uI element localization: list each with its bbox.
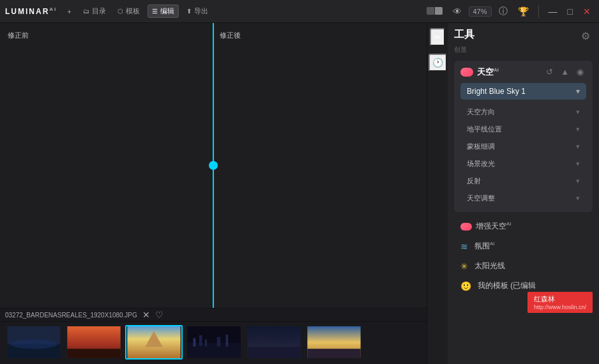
eye-preview-button[interactable]: 👁: [450, 5, 465, 18]
svg-rect-25: [67, 349, 120, 358]
sky-section-header: 天空AI ↺ ▲ ◉: [460, 66, 586, 78]
edit-tool-icon[interactable]: ✏: [430, 28, 445, 46]
svg-rect-31: [199, 335, 202, 346]
trophy-button[interactable]: 🏆: [515, 5, 532, 18]
template-button[interactable]: ⬡ 模板: [114, 5, 144, 17]
enhance-sky-section: 增强天空AI: [454, 217, 593, 236]
filmstrip-thumb-4[interactable]: [185, 325, 243, 360]
after-label: 修正後: [220, 31, 241, 40]
panel-subtitle: 创显: [454, 45, 593, 54]
split-divider[interactable]: [213, 23, 214, 308]
sky-section-actions: ↺ ▲ ◉: [543, 66, 586, 78]
my-template-icon: 🙂: [460, 281, 471, 291]
zoom-level[interactable]: 47%: [469, 6, 492, 17]
my-template-title: 我的模板 (已编辑: [478, 280, 536, 291]
app-logo: LUMINARAI: [5, 6, 57, 16]
svg-rect-32: [205, 339, 207, 346]
sky-selector-dropdown[interactable]: Bright Blue Sky 1 ▾: [460, 83, 586, 100]
sky-ai-icon: [460, 68, 473, 77]
sky-selector-value: Bright Blue Sky 1: [467, 87, 526, 96]
atmosphere-icon: ≋: [460, 241, 468, 252]
minimize-button[interactable]: —: [545, 5, 561, 18]
panel-filter-button[interactable]: ⚙: [579, 29, 593, 43]
main-layout: 修正前 修正後 03272_BARDENASREALES_1920X1080.J…: [0, 23, 599, 364]
info-button[interactable]: ⓘ: [496, 4, 511, 19]
filmstrip: [0, 321, 427, 363]
svg-rect-36: [247, 347, 300, 358]
atmosphere-header[interactable]: ≋ 氛围AI: [454, 237, 593, 255]
atmosphere-title: 氛围AI: [474, 241, 495, 252]
reflection-row[interactable]: 反射 ▾: [460, 172, 586, 190]
svg-rect-38: [307, 349, 360, 358]
panel-title: 工具: [454, 28, 474, 42]
svg-point-23: [10, 339, 57, 349]
filmstrip-thumb-3[interactable]: [125, 325, 183, 360]
svg-rect-30: [193, 338, 196, 347]
panel-content: 工具 ⚙ 创显 天空AI ↺ ▲ ◉: [448, 23, 599, 364]
filmstrip-thumb-6[interactable]: [305, 325, 363, 360]
enhance-sky-header[interactable]: 增强天空AI: [454, 217, 593, 236]
sky-ai-section: 天空AI ↺ ▲ ◉ Bright Blue Sky 1 ▾ 天空方向: [454, 61, 593, 212]
atmosphere-section: ≋ 氛围AI: [454, 237, 593, 255]
history-icon[interactable]: 🕐: [428, 54, 447, 72]
sky-undo-button[interactable]: ↺: [543, 66, 556, 78]
filmstrip-thumb-2[interactable]: [65, 325, 123, 360]
sky-up-button[interactable]: ▲: [558, 66, 572, 78]
image-canvas[interactable]: 修正前 修正後: [0, 23, 427, 308]
filmstrip-thumb-1[interactable]: [5, 325, 63, 360]
filename-label: 03272_BARDENASREALES_1920X1080.JPG: [5, 312, 137, 319]
my-template-section: 🙂 我的模板 (已编辑: [454, 277, 593, 295]
remove-file-button[interactable]: ✕: [142, 310, 150, 320]
sky-adjust-row[interactable]: 天空调整 ▾: [460, 190, 586, 207]
maximize-button[interactable]: □: [565, 5, 576, 18]
sky-section-title: 天空AI: [477, 66, 499, 78]
filmstrip-thumb-5[interactable]: [245, 325, 303, 360]
sun-rays-icon: ✳: [460, 261, 468, 271]
topbar: LUMINARAI + 🗂 目录 ⬡ 模板 ☰ 编辑 ⬆ 导出 👁 47% ⓘ …: [0, 0, 599, 23]
panel-sidebar: ✏ 🕐: [427, 23, 448, 364]
svg-rect-33: [217, 337, 221, 347]
sky-eye-button[interactable]: ◉: [574, 66, 586, 78]
add-button[interactable]: +: [63, 6, 75, 17]
sun-rays-section: ✳ 太阳光线: [454, 257, 593, 275]
sun-rays-title: 太阳光线: [474, 261, 505, 271]
edit-button[interactable]: ☰ 编辑: [148, 4, 179, 18]
canvas-area: 修正前 修正後 03272_BARDENASREALES_1920X1080.J…: [0, 23, 427, 364]
scene-light-row[interactable]: 场景改光 ▾: [460, 155, 586, 172]
sky-selector-arrow: ▾: [576, 87, 580, 96]
horizon-position-row[interactable]: 地平线位置 ▾: [460, 121, 586, 138]
right-panel: ✏ 🕐 工具 ⚙ 创显 天空AI ↺ ▲ ◉: [427, 23, 599, 364]
sky-direction-row[interactable]: 天空方向 ▾: [460, 103, 586, 121]
favorite-button[interactable]: ♡: [155, 310, 163, 320]
export-button[interactable]: ⬆ 导出: [183, 5, 212, 17]
catalog-button[interactable]: 🗂 目录: [79, 5, 110, 17]
enhance-sky-icon: [460, 223, 472, 231]
close-button[interactable]: ✕: [580, 5, 594, 18]
enhance-sky-title: 增强天空AI: [476, 221, 512, 232]
mask-detail-row[interactable]: 蒙板细调 ▾: [460, 138, 586, 155]
before-label: 修正前: [8, 31, 29, 40]
before-after-toggle[interactable]: [423, 5, 446, 18]
sun-rays-header[interactable]: ✳ 太阳光线: [454, 257, 593, 275]
svg-rect-34: [226, 335, 229, 347]
my-template-header[interactable]: 🙂 我的模板 (已编辑: [454, 277, 593, 295]
